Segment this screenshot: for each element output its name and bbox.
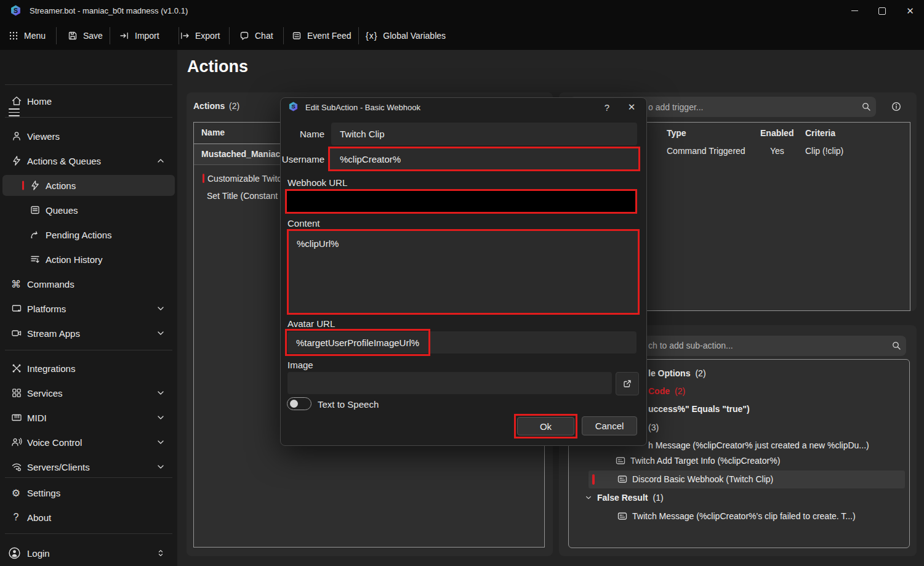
action-row[interactable]: Set Title (Constant xyxy=(207,191,278,201)
sidebar-item-actions[interactable]: Actions xyxy=(2,175,175,196)
tree-row-discord-basic-webhook[interactable]: Discord Basic Webhook (Twitch Clip) xyxy=(617,472,773,487)
selected-accent-bar xyxy=(22,181,24,190)
image-input[interactable] xyxy=(287,372,612,394)
sidebar-item-home[interactable]: Home xyxy=(0,89,177,113)
trigger-row-type[interactable]: Command Triggered xyxy=(667,146,745,156)
enabled-column-header[interactable]: Enabled xyxy=(760,128,793,138)
menu-button[interactable]: Menu xyxy=(9,22,46,50)
tree-row-twitch-message[interactable]: Twitch Message (%clipCreator%'s clip fai… xyxy=(617,509,856,524)
sidebar-item-settings[interactable]: ⚙ Settings xyxy=(0,481,177,504)
search-icon xyxy=(891,341,902,351)
divider xyxy=(5,350,172,350)
toolbar-separator xyxy=(358,27,359,44)
import-label: Import xyxy=(135,31,159,41)
action-group-label: Mustached_Maniac xyxy=(201,149,280,159)
chevron-down-icon xyxy=(156,329,165,338)
sidebar-item-platforms[interactable]: Platforms xyxy=(0,297,177,320)
sidebar-item-label: Servers/Clients xyxy=(27,462,90,472)
name-input[interactable]: Twitch Clip xyxy=(331,123,637,145)
sidebar-item-stream-apps[interactable]: Stream Apps xyxy=(0,321,177,345)
sidebar-item-about[interactable]: ? About xyxy=(0,506,177,529)
webhook-url-input-redacted[interactable] xyxy=(285,189,637,214)
export-label: Export xyxy=(195,31,220,41)
import-button[interactable]: Import xyxy=(119,22,159,50)
criteria-column-header[interactable]: Criteria xyxy=(805,128,835,138)
sidebar-item-label: Pending Actions xyxy=(46,230,112,240)
action-row[interactable]: Customizable Twitc xyxy=(207,174,281,184)
selected-accent-bar xyxy=(203,174,204,183)
command-icon: ⌘ xyxy=(9,278,23,290)
chat-button[interactable]: Chat xyxy=(239,22,273,50)
tree-row-label: le Options xyxy=(648,368,690,378)
toolbar-separator xyxy=(56,27,57,44)
question-icon: ? xyxy=(9,512,23,523)
tree-row-twitch-add-target-info[interactable]: Twitch Add Target Info (%clipCreator%) xyxy=(616,453,780,468)
tree-row-label: (3) xyxy=(648,422,659,432)
avatar-url-highlight-box xyxy=(285,329,430,356)
tree-row-label: Twitch Message (%clipCreator%'s clip fai… xyxy=(632,511,856,521)
cancel-button[interactable]: Cancel xyxy=(582,416,637,435)
history-icon xyxy=(30,254,41,265)
home-icon xyxy=(11,95,22,107)
svg-text:S: S xyxy=(291,103,295,110)
platforms-icon xyxy=(11,303,22,314)
close-icon[interactable]: ✕ xyxy=(622,99,641,116)
tree-row-label: Code xyxy=(648,386,670,396)
sidebar-item-commands[interactable]: ⌘ Commands xyxy=(0,272,177,296)
tree-row[interactable]: h Message (%clipCreator% just created a … xyxy=(648,438,869,453)
trigger-row-enabled[interactable]: Yes xyxy=(770,146,784,156)
titlebar: S Streamer.bot - maniac_b0t madness (v1.… xyxy=(0,0,924,22)
global-variables-label: Global Variables xyxy=(383,31,446,41)
sidebar-item-voice-control[interactable]: Voice Control xyxy=(0,431,177,454)
type-column-header[interactable]: Type xyxy=(667,128,686,138)
username-input[interactable]: %clipCreator% xyxy=(331,149,637,169)
name-column-header[interactable]: Name xyxy=(201,127,225,137)
ok-button[interactable]: Ok xyxy=(517,417,574,435)
sidebar-item-servers-clients[interactable]: Servers/Clients xyxy=(0,455,177,479)
global-variables-button[interactable]: {x} Global Variables xyxy=(366,22,446,50)
sidebar-item-pending-actions[interactable]: Pending Actions xyxy=(0,223,177,246)
tree-row[interactable]: (3) xyxy=(648,420,659,435)
sidebar-item-services[interactable]: Services xyxy=(0,381,177,405)
tree-row[interactable]: le Options (2) xyxy=(648,366,706,381)
chevron-up-icon xyxy=(156,156,165,165)
help-icon[interactable]: ? xyxy=(598,99,616,116)
info-icon[interactable] xyxy=(891,102,901,111)
subaction-icon xyxy=(617,511,627,521)
close-icon[interactable]: ✕ xyxy=(896,0,924,22)
event-feed-button[interactable]: Event Feed xyxy=(292,22,352,50)
tree-row-label: uccess%" Equals "true") xyxy=(648,404,750,414)
sidebar-item-label: Settings xyxy=(27,488,60,498)
sidebar-item-queues[interactable]: Queues xyxy=(0,198,177,222)
sidebar-item-integrations[interactable]: Integrations xyxy=(0,357,177,380)
chevron-down-icon xyxy=(156,413,165,422)
chat-label: Chat xyxy=(255,31,273,41)
chat-icon xyxy=(239,31,249,41)
sidebar-item-action-history[interactable]: Action History xyxy=(0,248,177,271)
trigger-row-criteria[interactable]: Clip (!clip) xyxy=(805,146,843,156)
divider xyxy=(5,477,172,478)
actions-panel-count: (2) xyxy=(229,101,239,111)
tree-row-count: (1) xyxy=(653,493,663,503)
network-icon xyxy=(11,461,22,472)
tree-row-false-result[interactable]: False Result (1) xyxy=(585,490,664,505)
export-button[interactable]: Export xyxy=(180,22,220,50)
sidebar-item-viewers[interactable]: Viewers xyxy=(0,124,177,148)
open-external-button[interactable] xyxy=(616,372,639,395)
lightning-icon xyxy=(11,155,22,166)
minimize-icon[interactable] xyxy=(841,0,869,22)
sidebar-item-login[interactable]: Login xyxy=(0,541,177,565)
tree-row[interactable]: uccess%" Equals "true") xyxy=(648,402,750,416)
tree-row[interactable]: Code (2) xyxy=(648,384,685,398)
maximize-icon[interactable] xyxy=(868,0,896,22)
pending-actions-icon xyxy=(30,229,41,240)
save-button[interactable]: Save xyxy=(68,22,103,50)
event-feed-label: Event Feed xyxy=(307,31,352,41)
sidebar-item-actions-queues[interactable]: Actions & Queues xyxy=(0,149,177,172)
toggle-knob xyxy=(290,400,298,408)
import-icon xyxy=(119,31,129,41)
sidebar-item-label: Commands xyxy=(27,279,74,289)
content-textarea[interactable] xyxy=(287,229,640,315)
webhook-url-label: Webhook URL xyxy=(287,177,347,188)
sidebar-item-midi[interactable]: MIDI xyxy=(0,406,177,429)
